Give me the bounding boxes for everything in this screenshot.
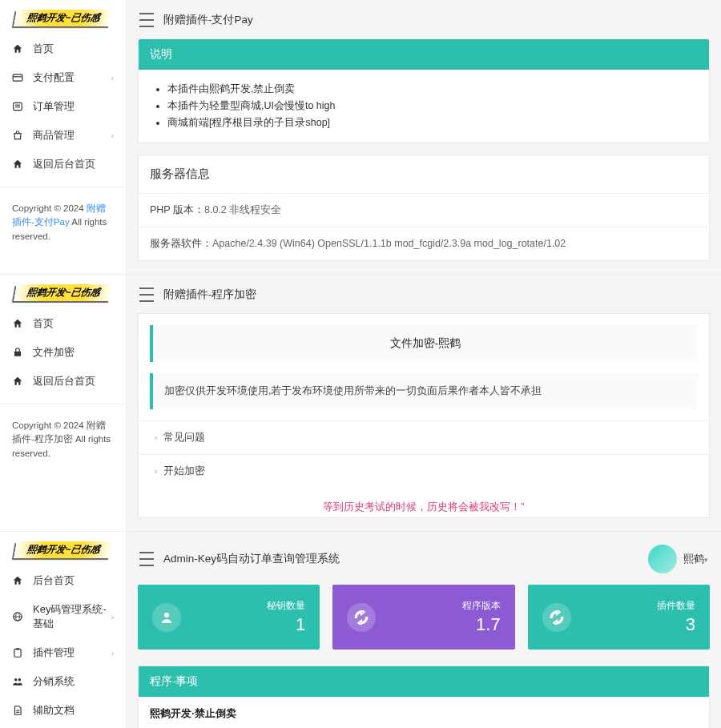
sidebar-item-label: 返回后台首页 bbox=[33, 157, 95, 171]
sidebar-item-0[interactable]: 首页 bbox=[0, 309, 126, 338]
sidebar-item-label: 首页 bbox=[33, 316, 54, 331]
loop-icon bbox=[542, 603, 571, 632]
card-icon bbox=[12, 72, 23, 83]
sidebar-item-label: Key码管理系统-基础 bbox=[33, 602, 111, 631]
stats-row: 秘钥数量1程序版本1.7插件数量3 bbox=[138, 585, 710, 650]
clipboard-icon bbox=[12, 647, 23, 658]
accordion-row[interactable]: ›常见问题 bbox=[139, 420, 709, 454]
sidebar-pay: 熙鹤开发~已伤感 首页支付配置›订单管理商品管理›返回后台首页 Copyrigh… bbox=[0, 0, 127, 274]
sidebar-item-1[interactable]: Key码管理系统-基础› bbox=[0, 595, 126, 638]
stat-card[interactable]: 插件数量3 bbox=[528, 585, 710, 650]
section-encrypt: 熙鹤开发~已伤感 首页文件加密返回后台首页 Copyright © 2024 附… bbox=[0, 275, 721, 532]
sidebar-item-1[interactable]: 支付配置› bbox=[0, 63, 126, 92]
accordion-row[interactable]: ›开始加密 bbox=[139, 454, 709, 488]
info-list-item: 本插件为轻量型商城,UI会慢慢to high bbox=[167, 98, 698, 115]
sidebar-item-0[interactable]: 后台首页 bbox=[0, 566, 126, 595]
home-icon bbox=[12, 575, 23, 586]
svg-point-15 bbox=[164, 613, 169, 617]
home-icon bbox=[12, 159, 23, 170]
stat-label: 程序版本 bbox=[387, 599, 500, 613]
person-icon bbox=[152, 603, 181, 632]
lock-icon bbox=[12, 347, 23, 358]
main-pay: 附赠插件-支付Pay 说明 本插件由熙鹤开发,禁止倒卖本插件为轻量型商城,UI会… bbox=[127, 0, 721, 274]
page-title: 附赠插件-支付Pay bbox=[163, 13, 253, 27]
svg-rect-0 bbox=[13, 74, 22, 81]
user-name: 熙鹤▾ bbox=[683, 553, 708, 566]
svg-point-11 bbox=[14, 678, 18, 682]
server-info-row: 服务器软件：Apache/2.4.39 (Win64) OpenSSL/1.1.… bbox=[139, 227, 709, 260]
chevron-right-icon: › bbox=[155, 433, 157, 442]
chevron-right-icon: › bbox=[111, 74, 114, 82]
sidebar-item-2[interactable]: 插件管理› bbox=[0, 638, 126, 667]
sidebar-admin: 熙鹤开发~已伤感 后台首页Key码管理系统-基础›插件管理›分销系统辅助文档版本… bbox=[0, 532, 127, 728]
sidebar-item-label: 分销系统 bbox=[33, 674, 75, 689]
sidebar-item-2[interactable]: 返回后台首页 bbox=[0, 367, 126, 396]
topbar: Admin-Key码自动订单查询管理系统 熙鹤▾ bbox=[138, 540, 710, 585]
menu-toggle-icon[interactable] bbox=[139, 552, 154, 566]
user-menu[interactable]: 熙鹤▾ bbox=[648, 545, 708, 573]
svg-rect-9 bbox=[14, 649, 21, 657]
sidebar-item-1[interactable]: 文件加密 bbox=[0, 338, 126, 367]
server-info-row: PHP 版本：8.0.2 非线程安全 bbox=[139, 193, 709, 227]
sidebar-item-4[interactable]: 辅助文档 bbox=[0, 696, 126, 725]
info-panel-header: 说明 bbox=[139, 39, 709, 70]
stat-label: 插件数量 bbox=[582, 599, 695, 613]
stat-card[interactable]: 程序版本1.7 bbox=[332, 585, 514, 650]
users-icon bbox=[12, 676, 23, 687]
info-list-item: 商城前端[程序根目录的子目录shop] bbox=[167, 115, 698, 131]
topbar: 附赠插件-程序加密 bbox=[138, 283, 710, 313]
sidebar-item-5[interactable]: 版本更新 bbox=[0, 725, 126, 728]
main-encrypt: 附赠插件-程序加密 文件加密-熙鹤 加密仅供开发环境使用,若于发布环境使用所带来… bbox=[127, 275, 721, 531]
sidebar-item-label: 首页 bbox=[33, 42, 54, 56]
info-panel: 说明 本插件由熙鹤开发,禁止倒卖本插件为轻量型商城,UI会慢慢to high商城… bbox=[138, 38, 710, 143]
globe-icon bbox=[12, 611, 23, 622]
sidebar-item-label: 返回后台首页 bbox=[33, 374, 95, 388]
home-icon bbox=[12, 376, 23, 387]
file-encrypt-title: 文件加密-熙鹤 bbox=[150, 325, 698, 362]
sidebar-item-2[interactable]: 订单管理 bbox=[0, 92, 126, 121]
info-list-item: 本插件由熙鹤开发,禁止倒卖 bbox=[167, 81, 698, 98]
copyright: Copyright © 2024 附赠插件-支付Pay All rights r… bbox=[0, 187, 126, 258]
stat-value: 1 bbox=[192, 614, 305, 635]
avatar bbox=[648, 545, 677, 573]
bag-icon bbox=[12, 130, 23, 141]
menu-toggle-icon[interactable] bbox=[139, 13, 154, 27]
sidebar-item-label: 支付配置 bbox=[33, 70, 75, 85]
project-panel-header: 程序-事项 bbox=[139, 666, 709, 697]
copyright: Copyright © 2024 附赠插件-程序加密 All rights re… bbox=[0, 404, 126, 475]
page-title: Admin-Key码自动订单查询管理系统 bbox=[163, 552, 340, 566]
brand-badge: 熙鹤开发~已伤感 bbox=[14, 284, 113, 301]
sidebar-item-3[interactable]: 分销系统 bbox=[0, 667, 126, 696]
sidebar-item-label: 辅助文档 bbox=[33, 703, 75, 718]
project-panel: 程序-事项 熙鹤开发·禁止倒卖 bbox=[138, 666, 710, 728]
sidebar-item-label: 文件加密 bbox=[33, 345, 75, 360]
sidebar-item-label: 商品管理 bbox=[33, 128, 75, 143]
sidebar-encrypt: 熙鹤开发~已伤感 首页文件加密返回后台首页 Copyright © 2024 附… bbox=[0, 275, 127, 531]
home-icon bbox=[12, 318, 23, 329]
file-encrypt-quote: 等到历史考试的时候，历史将会被我改写！" bbox=[139, 488, 709, 517]
page-title: 附赠插件-程序加密 bbox=[163, 288, 257, 302]
chevron-right-icon: › bbox=[111, 613, 114, 621]
server-info-panel: 服务器信息 PHP 版本：8.0.2 非线程安全服务器软件：Apache/2.4… bbox=[138, 155, 710, 261]
chevron-right-icon: › bbox=[155, 467, 157, 476]
svg-rect-10 bbox=[16, 648, 19, 650]
sidebar-item-0[interactable]: 首页 bbox=[0, 34, 126, 63]
sidebar-item-4[interactable]: 返回后台首页 bbox=[0, 150, 126, 179]
file-encrypt-warning: 加密仅供开发环境使用,若于发布环境使用所带来的一切负面后果作者本人皆不承担 bbox=[150, 373, 698, 409]
svg-point-12 bbox=[18, 678, 21, 682]
brand-badge: 熙鹤开发~已伤感 bbox=[14, 10, 113, 26]
sidebar-item-3[interactable]: 商品管理› bbox=[0, 121, 126, 150]
brand-badge: 熙鹤开发~已伤感 bbox=[14, 541, 113, 558]
doc-icon bbox=[12, 705, 23, 716]
stat-label: 秘钥数量 bbox=[192, 599, 305, 613]
file-encrypt-panel: 文件加密-熙鹤 加密仅供开发环境使用,若于发布环境使用所带来的一切负面后果作者本… bbox=[138, 313, 710, 518]
project-panel-body: 熙鹤开发·禁止倒卖 bbox=[139, 697, 709, 728]
server-info-title: 服务器信息 bbox=[139, 155, 709, 193]
sidebar-item-label: 后台首页 bbox=[33, 573, 75, 588]
menu-toggle-icon[interactable] bbox=[139, 288, 154, 302]
stat-card[interactable]: 秘钥数量1 bbox=[138, 585, 320, 650]
loop-icon bbox=[347, 603, 376, 632]
stat-value: 3 bbox=[582, 614, 695, 635]
home-icon bbox=[12, 43, 23, 54]
stat-value: 1.7 bbox=[387, 614, 500, 635]
